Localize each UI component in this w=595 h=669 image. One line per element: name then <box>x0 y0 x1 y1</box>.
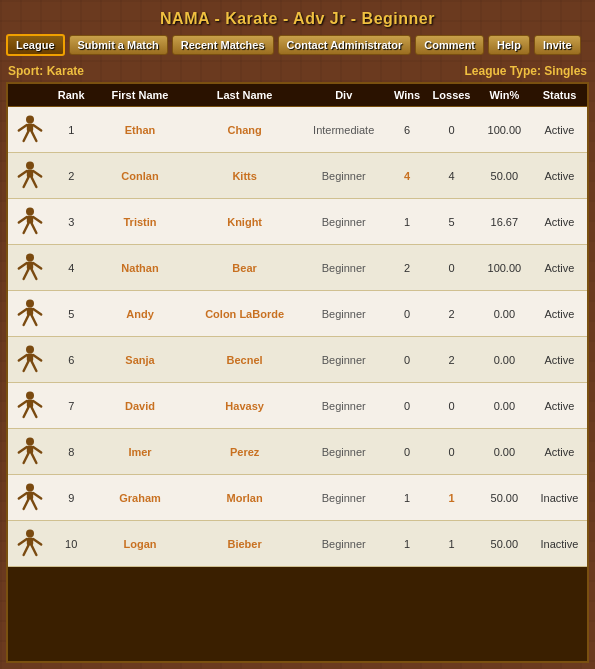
div-cell: Beginner <box>300 337 388 383</box>
karate-icon <box>14 389 46 421</box>
wins-value: 4 <box>404 170 410 182</box>
svg-line-26 <box>19 309 27 315</box>
status-badge: Inactive <box>540 538 578 550</box>
losses-header: Losses <box>426 84 477 107</box>
status-badge: Active <box>544 446 574 458</box>
svg-line-20 <box>19 263 27 269</box>
winpct-cell: 0.00 <box>477 383 532 429</box>
lastname-cell[interactable]: Colon LaBorde <box>190 291 300 337</box>
nav-btn-invite[interactable]: Invite <box>534 35 581 55</box>
wins-cell: 2 <box>388 245 427 291</box>
wins-cell: 1 <box>388 199 427 245</box>
winpct-cell: 100.00 <box>477 107 532 153</box>
firstname-cell[interactable]: David <box>90 383 189 429</box>
firstname-cell[interactable]: Nathan <box>90 245 189 291</box>
losses-value: 0 <box>448 124 454 136</box>
lastname-link[interactable]: Morlan <box>227 492 263 504</box>
lastname-link[interactable]: Bieber <box>227 538 261 550</box>
league-value: Singles <box>544 64 587 78</box>
svg-line-4 <box>24 131 29 141</box>
svg-line-10 <box>24 177 29 187</box>
wins-cell: 0 <box>388 337 427 383</box>
svg-point-42 <box>26 437 34 445</box>
nav-btn-contact-administrator[interactable]: Contact Administrator <box>278 35 412 55</box>
svg-line-44 <box>19 447 27 453</box>
firstname-cell[interactable]: Ethan <box>90 107 189 153</box>
rank-cell: 1 <box>52 107 90 153</box>
nav-btn-recent-matches[interactable]: Recent Matches <box>172 35 274 55</box>
lastname-link[interactable]: Kitts <box>232 170 256 182</box>
firstname-link[interactable]: Imer <box>128 446 151 458</box>
lastname-link[interactable]: Bear <box>232 262 256 274</box>
firstname-link[interactable]: Tristin <box>123 216 156 228</box>
firstname-link[interactable]: Conlan <box>121 170 158 182</box>
firstname-link[interactable]: Andy <box>126 308 154 320</box>
winpct-cell: 16.67 <box>477 199 532 245</box>
lastname-cell[interactable]: Bieber <box>190 521 300 567</box>
lastname-cell[interactable]: Kitts <box>190 153 300 199</box>
lastname-link[interactable]: Becnel <box>227 354 263 366</box>
svg-point-12 <box>26 207 34 215</box>
firstname-cell[interactable]: Graham <box>90 475 189 521</box>
status-badge: Active <box>544 262 574 274</box>
table-row: 3TristinKnightBeginner1516.67Active <box>8 199 587 245</box>
table-header: Rank First Name Last Name Div Wins Losse… <box>8 84 587 107</box>
karate-icon <box>14 435 46 467</box>
karate-icon <box>14 297 46 329</box>
winpct-cell: 50.00 <box>477 475 532 521</box>
firstname-cell[interactable]: Conlan <box>90 153 189 199</box>
player-icon-cell <box>8 245 52 291</box>
lastname-cell[interactable]: Becnel <box>190 337 300 383</box>
svg-line-51 <box>33 493 41 499</box>
lastname-cell[interactable]: Bear <box>190 245 300 291</box>
firstname-link[interactable]: Graham <box>119 492 161 504</box>
lastname-cell[interactable]: Knight <box>190 199 300 245</box>
lastname-cell[interactable]: Perez <box>190 429 300 475</box>
svg-line-22 <box>24 269 29 279</box>
lastname-link[interactable]: Colon LaBorde <box>205 308 284 320</box>
karate-icon <box>14 205 46 237</box>
wins-header: Wins <box>388 84 427 107</box>
lastname-link[interactable]: Perez <box>230 446 259 458</box>
nav-btn-comment[interactable]: Comment <box>415 35 484 55</box>
firstname-cell[interactable]: Logan <box>90 521 189 567</box>
firstname-link[interactable]: Nathan <box>121 262 158 274</box>
nav-btn-submit-a-match[interactable]: Submit a Match <box>69 35 168 55</box>
player-icon-cell <box>8 383 52 429</box>
nav-btn-help[interactable]: Help <box>488 35 530 55</box>
losses-cell: 1 <box>426 475 477 521</box>
player-icon-cell <box>8 337 52 383</box>
table-row: 5AndyColon LaBordeBeginner020.00Active <box>8 291 587 337</box>
div-cell: Beginner <box>300 429 388 475</box>
firstname-link[interactable]: Ethan <box>125 124 156 136</box>
div-cell: Beginner <box>300 291 388 337</box>
player-icon-cell <box>8 107 52 153</box>
losses-value: 0 <box>448 446 454 458</box>
lastname-link[interactable]: Havasy <box>225 400 264 412</box>
firstname-cell[interactable]: Andy <box>90 291 189 337</box>
svg-line-14 <box>19 217 27 223</box>
rank-cell: 2 <box>52 153 90 199</box>
lastname-link[interactable]: Knight <box>227 216 262 228</box>
wins-cell: 0 <box>388 291 427 337</box>
div-value: Beginner <box>322 492 366 504</box>
lastname-cell[interactable]: Morlan <box>190 475 300 521</box>
lastname-link[interactable]: Chang <box>227 124 261 136</box>
firstname-cell[interactable]: Sanja <box>90 337 189 383</box>
svg-line-9 <box>33 171 41 177</box>
svg-line-40 <box>24 407 29 417</box>
svg-line-53 <box>32 499 37 509</box>
lastname-cell[interactable]: Chang <box>190 107 300 153</box>
firstname-cell[interactable]: Tristin <box>90 199 189 245</box>
svg-line-15 <box>33 217 41 223</box>
firstname-cell[interactable]: Imer <box>90 429 189 475</box>
table-row: 2ConlanKittsBeginner4450.00Active <box>8 153 587 199</box>
firstname-link[interactable]: Logan <box>124 538 157 550</box>
firstname-link[interactable]: David <box>125 400 155 412</box>
winpct-cell: 0.00 <box>477 429 532 475</box>
div-value: Beginner <box>322 308 366 320</box>
firstname-link[interactable]: Sanja <box>125 354 154 366</box>
winpct-cell: 100.00 <box>477 245 532 291</box>
nav-btn-league[interactable]: League <box>6 34 65 56</box>
lastname-cell[interactable]: Havasy <box>190 383 300 429</box>
